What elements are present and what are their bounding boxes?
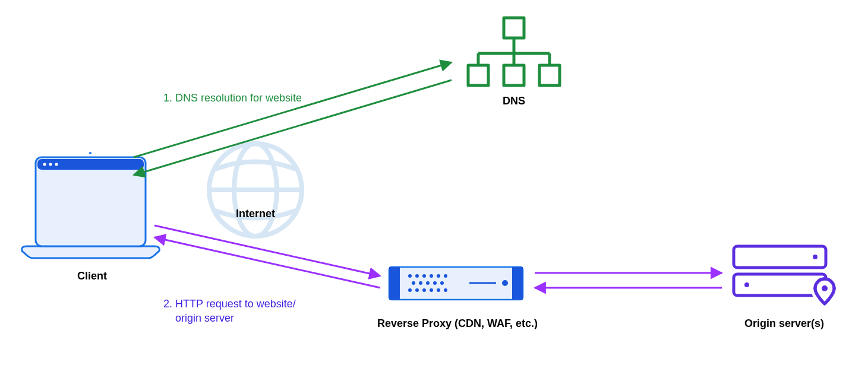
- svg-rect-3: [36, 157, 146, 246]
- svg-rect-9: [504, 18, 524, 38]
- svg-point-21: [408, 274, 412, 278]
- svg-rect-20: [512, 267, 523, 300]
- svg-point-22: [415, 274, 419, 278]
- svg-point-37: [444, 288, 447, 292]
- svg-point-33: [415, 288, 419, 292]
- svg-point-26: [444, 274, 447, 278]
- svg-rect-19: [389, 267, 400, 300]
- step-2-label-line1: 2. HTTP request to website/: [163, 298, 296, 310]
- internet-icon: [209, 144, 302, 236]
- arrow-proxy-to-client: [154, 237, 380, 288]
- svg-point-27: [412, 281, 415, 285]
- reverse-proxy-icon: [389, 267, 523, 300]
- svg-point-24: [430, 274, 433, 278]
- step-2-label-line2: origin server: [163, 312, 234, 324]
- svg-rect-16: [504, 65, 524, 85]
- svg-point-5: [43, 163, 46, 166]
- svg-point-30: [433, 281, 437, 285]
- reverse-proxy-label: Reverse Proxy (CDN, WAF, etc.): [365, 317, 550, 330]
- svg-point-35: [430, 288, 433, 292]
- dns-label: DNS: [496, 95, 532, 107]
- svg-point-23: [422, 274, 426, 278]
- svg-point-34: [422, 288, 426, 292]
- svg-point-32: [408, 288, 412, 292]
- svg-point-7: [55, 163, 58, 166]
- svg-point-8: [89, 152, 91, 154]
- arrow-client-to-dns: [134, 62, 452, 157]
- svg-rect-15: [468, 65, 488, 85]
- dns-icon: [468, 18, 560, 85]
- svg-point-45: [822, 285, 828, 291]
- origin-server-icon: [734, 246, 838, 304]
- svg-point-28: [419, 281, 422, 285]
- svg-point-36: [437, 288, 440, 292]
- internet-label: Internet: [226, 208, 285, 220]
- svg-point-31: [440, 281, 444, 285]
- client-label: Client: [59, 270, 125, 282]
- svg-rect-17: [539, 65, 560, 85]
- step-1-label: 1. DNS resolution for website: [163, 92, 302, 104]
- svg-point-6: [49, 163, 52, 166]
- svg-rect-4: [37, 159, 144, 170]
- svg-point-29: [426, 281, 430, 285]
- svg-point-41: [813, 255, 818, 259]
- svg-point-43: [744, 282, 749, 287]
- origin-server-label: Origin server(s): [737, 317, 832, 330]
- client-icon: [22, 152, 160, 258]
- svg-point-25: [437, 274, 440, 278]
- svg-point-39: [502, 280, 508, 286]
- svg-rect-40: [734, 246, 826, 268]
